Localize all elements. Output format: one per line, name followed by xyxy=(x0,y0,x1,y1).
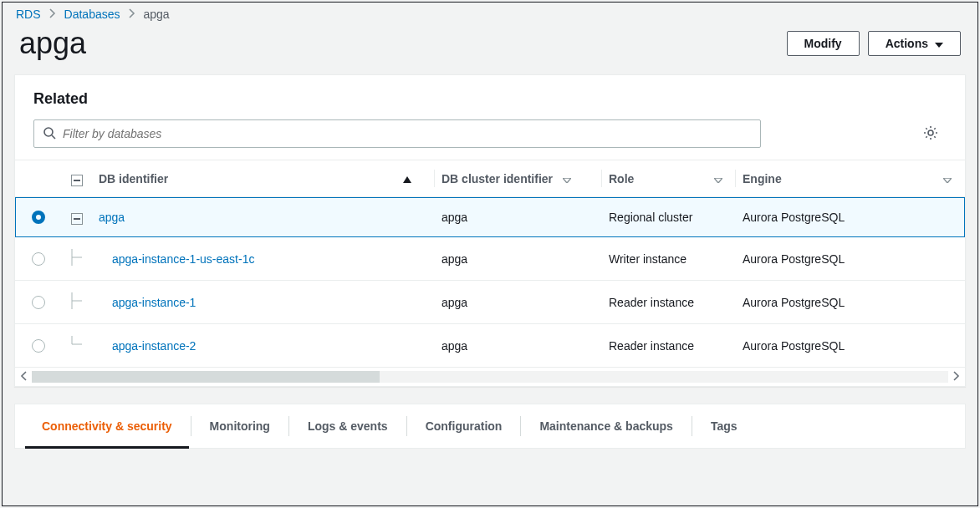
tab-configuration[interactable]: Configuration xyxy=(407,404,521,448)
tree-branch-icon xyxy=(69,298,85,312)
tab-maintenance-backups[interactable]: Maintenance & backups xyxy=(521,404,692,448)
tree-branch-icon xyxy=(69,342,85,355)
db-link[interactable]: apga-instance-1-us-east-1c xyxy=(112,252,254,266)
cell-engine: Aurora PostgreSQL xyxy=(736,281,965,324)
cell-role: Reader instance xyxy=(602,324,736,368)
cell-engine: Aurora PostgreSQL xyxy=(736,237,965,281)
cell-cluster: apga xyxy=(435,237,602,281)
breadcrumb-databases[interactable]: Databases xyxy=(64,8,120,21)
col-db-identifier[interactable]: DB identifier xyxy=(92,160,435,197)
collapse-all-button[interactable] xyxy=(71,175,83,186)
chevron-right-icon xyxy=(49,8,56,21)
scroll-right-icon[interactable] xyxy=(953,370,960,384)
cell-role: Writer instance xyxy=(602,237,736,281)
tab-logs-events[interactable]: Logs & events xyxy=(289,404,406,448)
scroll-left-icon[interactable] xyxy=(20,370,27,384)
sort-asc-icon xyxy=(403,172,411,185)
cell-cluster: apga xyxy=(435,197,602,237)
collapse-icon[interactable] xyxy=(71,213,83,225)
breadcrumb-current: apga xyxy=(144,8,170,21)
row-radio[interactable] xyxy=(32,252,45,266)
table-row[interactable]: apgaapgaRegional clusterAurora PostgreSQ… xyxy=(15,197,965,237)
tab-connectivity-security[interactable]: Connectivity & security xyxy=(23,404,191,448)
tabs-bar: Connectivity & securityMonitoringLogs & … xyxy=(15,404,965,448)
tree-branch-icon xyxy=(69,255,85,268)
modify-button[interactable]: Modify xyxy=(787,31,860,56)
sort-none-icon xyxy=(943,172,952,185)
svg-point-2 xyxy=(928,130,933,135)
col-engine[interactable]: Engine xyxy=(736,160,965,197)
tab-monitoring[interactable]: Monitoring xyxy=(191,404,288,448)
breadcrumb-root[interactable]: RDS xyxy=(16,8,41,21)
panel-title: Related xyxy=(15,90,965,119)
chevron-right-icon xyxy=(129,8,135,21)
svg-line-1 xyxy=(52,135,55,139)
detail-tabs-panel: Connectivity & securityMonitoringLogs & … xyxy=(14,404,966,449)
svg-rect-4 xyxy=(74,218,80,220)
related-panel: Related xyxy=(14,74,966,387)
db-link[interactable]: apga-instance-2 xyxy=(112,339,196,353)
cell-role: Reader instance xyxy=(602,281,736,324)
db-link[interactable]: apga xyxy=(99,211,125,224)
svg-point-0 xyxy=(44,128,53,136)
scroll-thumb[interactable] xyxy=(32,371,380,383)
table-row[interactable]: apga-instance-1apgaReader instanceAurora… xyxy=(15,281,965,324)
table-row[interactable]: apga-instance-2apgaReader instanceAurora… xyxy=(15,324,965,368)
svg-rect-3 xyxy=(74,180,80,181)
col-db-cluster[interactable]: DB cluster identifier xyxy=(435,160,602,197)
cell-role: Regional cluster xyxy=(602,197,736,237)
page-title: apga xyxy=(19,26,86,61)
filter-input-wrap[interactable] xyxy=(33,119,761,148)
gear-icon xyxy=(923,130,938,143)
filter-input[interactable] xyxy=(63,127,752,140)
cell-cluster: apga xyxy=(435,324,602,368)
tab-tags[interactable]: Tags xyxy=(692,404,756,448)
db-table: DB identifier DB cluster identifier xyxy=(15,160,965,368)
horizontal-scrollbar[interactable] xyxy=(15,368,965,386)
sort-none-icon xyxy=(563,172,571,185)
breadcrumb: RDS Databases apga xyxy=(3,3,977,24)
cell-engine: Aurora PostgreSQL xyxy=(736,197,965,237)
cell-engine: Aurora PostgreSQL xyxy=(736,324,965,368)
sort-none-icon xyxy=(714,172,722,185)
row-radio[interactable] xyxy=(32,339,45,353)
db-link[interactable]: apga-instance-1 xyxy=(112,296,196,309)
table-row[interactable]: apga-instance-1-us-east-1capgaWriter ins… xyxy=(15,237,965,281)
row-radio[interactable] xyxy=(32,211,45,224)
actions-label: Actions xyxy=(886,37,928,50)
settings-button[interactable] xyxy=(920,122,942,146)
col-role[interactable]: Role xyxy=(602,160,736,197)
search-icon xyxy=(43,126,56,142)
caret-down-icon xyxy=(935,37,943,50)
actions-dropdown-button[interactable]: Actions xyxy=(868,31,961,56)
row-radio[interactable] xyxy=(32,296,45,309)
cell-cluster: apga xyxy=(435,281,602,324)
